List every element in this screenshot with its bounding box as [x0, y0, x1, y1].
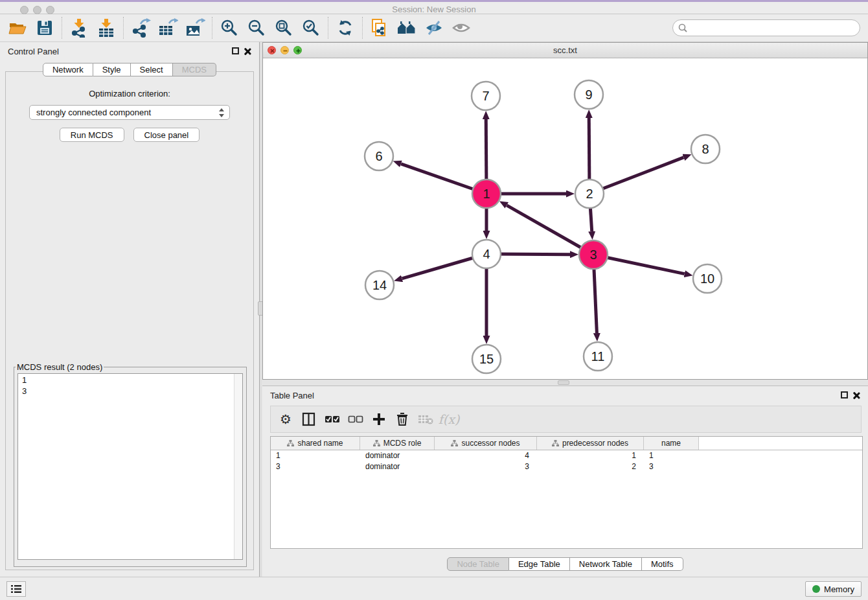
horizontal-splitter[interactable] [262, 380, 868, 386]
cell[interactable]: 3 [271, 461, 360, 472]
save-session-icon[interactable] [31, 16, 58, 40]
column-visibility-icon[interactable] [299, 410, 319, 429]
zoom-fit-icon[interactable] [270, 16, 297, 40]
control-panel-tabs: NetworkStyleSelectMCDS [0, 63, 259, 76]
network-window-titlebar: scc.txt [263, 43, 867, 58]
close-panel-button[interactable]: Close panel [133, 128, 200, 142]
float-panel-icon[interactable] [232, 47, 239, 54]
table-toolbar: ⚙ f(x) [270, 406, 862, 433]
node-label-2: 2 [586, 187, 593, 201]
refresh-icon[interactable] [332, 16, 359, 40]
node-label-14: 14 [372, 278, 387, 292]
mcds-result-text: 1 3 [18, 374, 242, 397]
control-panel: Control Panel Optimization criterion: st… [0, 42, 259, 577]
tab-motifs[interactable]: Motifs [642, 557, 683, 571]
node-label-8: 8 [702, 142, 709, 156]
network-canvas[interactable]: 7968124314101511 [263, 58, 867, 379]
table-row[interactable]: 3dominator323 [271, 461, 862, 472]
node-table: shared nameMCDS rolesuccessor nodesprede… [270, 436, 863, 549]
zoom-in-icon[interactable] [216, 16, 243, 40]
float-panel-icon[interactable] [841, 391, 848, 398]
open-file-icon[interactable] [4, 16, 31, 40]
node-label-1: 1 [483, 187, 490, 201]
import-network-icon[interactable] [65, 16, 93, 40]
export-network-icon[interactable] [127, 16, 154, 40]
table-row[interactable]: 1dominator411 [271, 450, 862, 461]
delete-entry-trash-icon[interactable] [393, 410, 412, 429]
network-view-window: scc.txt 7968124314101511 [262, 42, 868, 380]
control-panel-title: Control Panel [8, 47, 59, 56]
export-table-icon[interactable] [154, 16, 181, 40]
tab-network-table[interactable]: Network Table [570, 557, 642, 571]
zoom-selected-icon[interactable] [297, 16, 325, 40]
apply-function-fx-icon[interactable]: f(x) [439, 410, 459, 429]
hide-selected-eye-icon[interactable] [420, 16, 448, 40]
new-network-from-selection-icon[interactable] [366, 16, 393, 40]
tab-edge-table[interactable]: Edge Table [509, 557, 570, 571]
node-label-11: 11 [591, 349, 605, 363]
table-settings-gear-icon[interactable]: ⚙ [276, 410, 295, 429]
mcds-result-textarea[interactable]: 1 3 [17, 373, 243, 560]
tab-network[interactable]: Network [43, 63, 93, 76]
cell[interactable]: dominator [360, 450, 435, 461]
toolbar-separator [362, 17, 363, 39]
search-field[interactable] [672, 19, 860, 36]
cell[interactable]: 1 [644, 450, 699, 461]
cell[interactable]: 3 [435, 461, 537, 472]
column-header-successor-nodes[interactable]: successor nodes [435, 437, 537, 450]
add-entry-plus-icon[interactable] [369, 410, 389, 429]
zoom-out-icon[interactable] [243, 16, 270, 40]
import-table-icon[interactable] [93, 16, 120, 40]
node-label-7: 7 [482, 89, 489, 103]
tab-select[interactable]: Select [131, 63, 173, 76]
select-all-icon[interactable] [323, 410, 342, 429]
cell[interactable]: dominator [360, 461, 435, 472]
close-panel-icon[interactable] [243, 47, 251, 56]
table-panel-title: Table Panel [270, 391, 314, 400]
table-panel: Table Panel ⚙ f(x) [262, 386, 868, 577]
deselect-all-icon[interactable] [346, 410, 365, 429]
column-header-name[interactable]: name [644, 437, 699, 450]
column-header-shared-name[interactable]: shared name [271, 437, 360, 450]
app-titlebar: Session: New Session [0, 0, 868, 14]
column-header-predecessor-nodes[interactable]: predecessor nodes [537, 437, 644, 450]
table-panel-tabs: Node TableEdge TableNetwork TableMotifs [447, 557, 683, 571]
tab-node-table[interactable]: Node Table [447, 557, 509, 571]
run-mcds-button[interactable]: Run MCDS [60, 128, 124, 142]
delete-table-icon[interactable] [416, 410, 435, 429]
mcds-result-group: MCDS result (2 nodes) 1 3 [14, 362, 247, 567]
tab-mcds[interactable]: MCDS [173, 63, 216, 76]
node-label-10: 10 [700, 271, 714, 286]
vertical-splitter[interactable] [259, 42, 262, 577]
export-image-icon[interactable] [181, 16, 209, 40]
search-input[interactable] [691, 23, 854, 33]
column-header-mcds-role[interactable]: MCDS role [360, 437, 435, 450]
sort-tree-icon [287, 440, 294, 446]
splitter-grab-handle[interactable] [558, 380, 569, 385]
edge-2-8[interactable] [589, 157, 683, 194]
memory-label: Memory [824, 584, 854, 594]
show-all-eye-icon[interactable] [448, 16, 475, 40]
dropdown-stepper-icon [218, 108, 225, 118]
task-history-list-icon[interactable] [6, 581, 26, 597]
close-panel-icon[interactable] [852, 391, 860, 400]
node-label-3: 3 [589, 248, 597, 262]
node-label-15: 15 [479, 352, 494, 366]
memory-button[interactable]: Memory [805, 581, 862, 597]
home-view-icon[interactable] [393, 16, 420, 40]
cell[interactable]: 4 [435, 450, 537, 461]
optimization-criterion-select[interactable]: strongly connected component [29, 105, 230, 120]
memory-status-icon [812, 585, 820, 593]
network-window-title: scc.txt [263, 45, 867, 55]
search-icon [678, 23, 687, 32]
sort-tree-icon [451, 440, 458, 446]
cell[interactable]: 1 [537, 450, 644, 461]
tab-style[interactable]: Style [93, 63, 131, 76]
cell[interactable]: 2 [537, 461, 644, 472]
result-scrollbar[interactable] [234, 374, 242, 559]
cell[interactable]: 3 [644, 461, 699, 472]
mcds-panel-body: Optimization criterion: strongly connect… [5, 71, 254, 570]
node-label-4: 4 [483, 247, 490, 261]
toolbar-separator [62, 17, 62, 39]
cell[interactable]: 1 [271, 450, 360, 461]
